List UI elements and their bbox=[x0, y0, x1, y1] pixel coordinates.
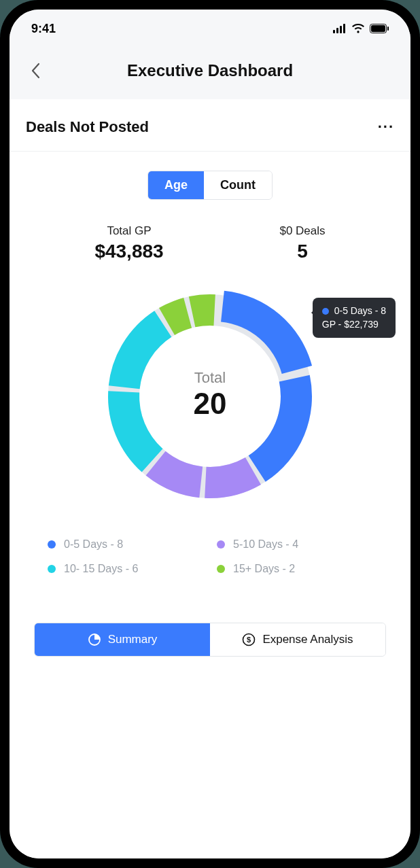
svg-rect-3 bbox=[343, 24, 345, 33]
svg-rect-0 bbox=[333, 30, 335, 33]
cellular-icon bbox=[333, 24, 347, 33]
screen: 9:41 Executive Dashboard Deals Not Poste… bbox=[10, 10, 410, 858]
segment-age[interactable]: Age bbox=[148, 171, 204, 199]
metric-label: Total GP bbox=[94, 224, 163, 238]
legend-item[interactable]: 10- 15 Days - 6 bbox=[48, 563, 203, 575]
metric-value: $43,883 bbox=[94, 241, 163, 262]
legend-item[interactable]: 0-5 Days - 8 bbox=[48, 538, 203, 551]
battery-icon bbox=[370, 24, 389, 33]
metric-zero-deals: $0 Deals 5 bbox=[279, 224, 325, 262]
tab-expense-analysis[interactable]: $ Expense Analysis bbox=[210, 623, 385, 656]
metric-label: $0 Deals bbox=[279, 224, 325, 238]
bottom-tab-bar: Summary $ Expense Analysis bbox=[34, 623, 386, 657]
page-header: Executive Dashboard bbox=[10, 48, 410, 99]
tooltip-dot-icon bbox=[322, 308, 329, 315]
status-time: 9:41 bbox=[31, 22, 56, 36]
more-menu-button[interactable]: ··· bbox=[378, 118, 394, 136]
tooltip-line2: GP - $22,739 bbox=[322, 318, 386, 332]
chart-center-label: Total bbox=[194, 369, 227, 387]
back-button[interactable] bbox=[26, 61, 45, 80]
legend-item[interactable]: 5-10 Days - 4 bbox=[217, 538, 372, 551]
legend-dot-icon bbox=[48, 565, 56, 573]
legend-label: 15+ Days - 2 bbox=[233, 563, 295, 575]
svg-rect-5 bbox=[371, 25, 385, 32]
status-icons bbox=[333, 24, 389, 33]
phone-frame: 9:41 Executive Dashboard Deals Not Poste… bbox=[0, 0, 420, 868]
chart-center: Total 20 bbox=[194, 369, 227, 421]
metrics-row: Total GP $43,883 $0 Deals 5 bbox=[10, 205, 410, 275]
content: Deals Not Posted ··· Age Count Total GP … bbox=[10, 99, 410, 858]
tooltip-line1: 0-5 Days - 8 bbox=[334, 305, 386, 318]
legend-label: 10- 15 Days - 6 bbox=[64, 563, 138, 575]
page-title: Executive Dashboard bbox=[10, 61, 410, 80]
chart-legend: 0-5 Days - 8 5-10 Days - 4 10- 15 Days -… bbox=[10, 515, 410, 582]
svg-rect-6 bbox=[387, 27, 389, 31]
metric-value: 5 bbox=[279, 241, 325, 262]
tab-label: Summary bbox=[108, 633, 158, 646]
dollar-circle-icon: $ bbox=[242, 633, 256, 646]
tab-label: Expense Analysis bbox=[262, 633, 353, 646]
legend-dot-icon bbox=[217, 565, 225, 573]
segmented-control: Age Count bbox=[10, 152, 410, 205]
section-header: Deals Not Posted ··· bbox=[10, 99, 410, 152]
legend-label: 5-10 Days - 4 bbox=[233, 538, 298, 551]
legend-label: 0-5 Days - 8 bbox=[64, 538, 123, 551]
chart-center-value: 20 bbox=[194, 387, 227, 421]
legend-item[interactable]: 15+ Days - 2 bbox=[217, 563, 372, 575]
svg-rect-2 bbox=[340, 26, 342, 33]
wifi-icon bbox=[351, 24, 365, 33]
segment-count[interactable]: Count bbox=[204, 171, 272, 199]
legend-dot-icon bbox=[48, 540, 56, 549]
tab-summary[interactable]: Summary bbox=[35, 623, 210, 656]
donut-chart: Total 20 0-5 Days - 8 GP - $22,739 bbox=[10, 275, 410, 515]
metric-total-gp: Total GP $43,883 bbox=[94, 224, 163, 262]
section-title: Deals Not Posted bbox=[26, 118, 149, 136]
chevron-left-icon bbox=[31, 63, 40, 79]
svg-text:$: $ bbox=[247, 636, 251, 644]
chart-tooltip: 0-5 Days - 8 GP - $22,739 bbox=[313, 298, 396, 338]
status-bar: 9:41 bbox=[10, 10, 410, 48]
legend-dot-icon bbox=[217, 540, 225, 549]
pie-chart-icon bbox=[88, 633, 101, 646]
svg-rect-1 bbox=[336, 28, 338, 33]
